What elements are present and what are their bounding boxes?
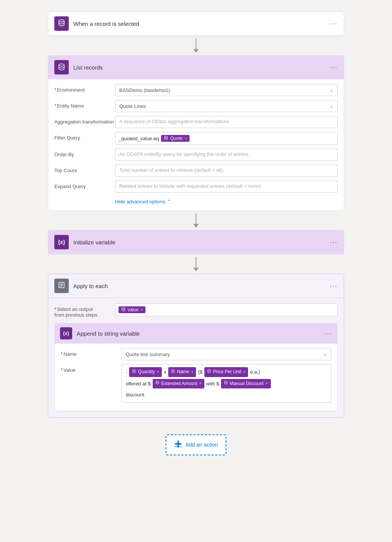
trigger-card: When a record is selected ··· [48, 11, 344, 36]
filter-tag-text: Quote [170, 136, 183, 141]
value-tag: value × [119, 306, 145, 313]
name-chevron: ⌄ [323, 352, 327, 357]
value-label: *Value [61, 364, 122, 373]
aggregation-input[interactable]: A sequence of OData aggregation transfor… [115, 116, 338, 128]
add-action-button[interactable]: Add an action [166, 434, 226, 455]
add-action-label: Add an action [185, 442, 218, 448]
value-row: *Value - [61, 364, 331, 403]
select-output-label: *Select an outputfrom previous steps [54, 303, 115, 318]
apply-each-card: Apply to each ··· *Select an outputfrom … [48, 274, 344, 418]
entity-name-row: *Entity Name Quote Lines ⌄ [54, 100, 338, 112]
expand-query-placeholder: Related entries to include with requeste… [119, 183, 261, 189]
list-records-body: *Environment BASDemo (basdemo1) ⌄ *Entit… [48, 79, 344, 211]
arrow-2 [193, 211, 199, 230]
with-dollar: with $ [206, 379, 219, 388]
list-records-title: List records [73, 64, 103, 71]
discount-text: discount. [126, 390, 145, 399]
svg-point-9 [224, 381, 227, 382]
name-label: *Name [61, 348, 122, 357]
svg-point-2 [164, 136, 168, 137]
svg-rect-12 [174, 446, 182, 447]
environment-select[interactable]: BASDemo (basdemo1) ⌄ [115, 84, 338, 96]
trigger-icon-box [54, 16, 69, 31]
manual-discount-tag: Manual Discount × [221, 379, 271, 389]
list-records-icon-box [54, 60, 69, 74]
quantity-tag-close[interactable]: × [157, 368, 159, 376]
order-by-placeholder: An ODATA orderBy query for specifying th… [119, 151, 250, 157]
extended-amount-tag-close[interactable]: × [199, 380, 201, 387]
value-input[interactable]: - [122, 364, 331, 403]
entity-name-chevron: ⌄ [330, 103, 334, 109]
value-line-2: offered at $ [126, 379, 327, 389]
apply-each-body: *Select an outputfrom previous steps [48, 298, 344, 417]
svg-point-7 [208, 369, 210, 371]
init-variable-title: Initialize variable [73, 239, 115, 246]
top-count-row: Top Count Total number of entries to ret… [54, 165, 338, 177]
apply-each-loop-icon [57, 281, 66, 291]
svg-point-5 [133, 369, 135, 371]
init-variable-header: {x} Initialize variable ··· [48, 230, 344, 254]
quantity-tag: Quantity × [129, 367, 162, 377]
name-value: Quote line summary [126, 352, 170, 357]
append-string-menu[interactable]: ··· [324, 330, 332, 338]
apply-each-menu[interactable]: ··· [330, 282, 338, 290]
expand-query-input[interactable]: Related entries to include with requeste… [115, 181, 338, 193]
filter-query-label: Filter Query [54, 132, 115, 141]
append-string-body: *Name Quote line summary ⌄ *Value [55, 344, 337, 411]
name-select[interactable]: Quote line summary ⌄ [122, 348, 331, 360]
filter-query-tag: Quote × [161, 135, 190, 142]
price-per-unit-tag-text: Price Per Unit [213, 368, 241, 376]
offered-at-prefix: offered at $ [126, 379, 151, 388]
manual-discount-tag-close[interactable]: × [266, 380, 268, 387]
manual-discount-tag-text: Manual Discount [230, 380, 264, 388]
name-tag-text: Name [177, 368, 189, 376]
name-tag-db-icon [171, 368, 175, 376]
filter-query-prefix: _quoteid_value eq [119, 136, 159, 141]
select-output-field[interactable]: value × [115, 303, 338, 316]
trigger-title: When a record is selected [73, 21, 139, 27]
extended-amount-tag-text: Extended Amount [161, 380, 198, 388]
price-tag-db-icon [207, 368, 211, 376]
aggregation-placeholder: A sequence of OData aggregation transfor… [119, 119, 229, 124]
name-tag-close[interactable]: × [191, 368, 193, 376]
apply-each-title: Apply to each [73, 283, 108, 289]
append-string-header: {x} Append to string variable ··· [55, 323, 337, 344]
order-by-input[interactable]: An ODATA orderBy query for specifying th… [115, 149, 338, 161]
top-count-input[interactable]: Total number of entries to retrieve (def… [115, 165, 338, 177]
apply-each-header: Apply to each ··· [48, 274, 344, 298]
price-per-unit-tag-close[interactable]: × [243, 368, 245, 376]
list-records-header: List records ··· [48, 55, 344, 79]
aggregation-row: Aggregation transformation A sequence of… [54, 116, 338, 128]
entity-name-select[interactable]: Quote Lines ⌄ [115, 100, 338, 112]
init-variable-icon: {x} [58, 239, 65, 245]
init-variable-icon-box: {x} [54, 235, 69, 249]
filter-query-input[interactable]: _quoteid_value eq Quote × [115, 132, 338, 145]
apply-each-icon-box [54, 279, 69, 293]
manual-tag-db-icon [224, 380, 228, 387]
value-tag-close[interactable]: × [141, 307, 143, 312]
quantity-tag-db-icon [132, 368, 136, 376]
trigger-db-icon [57, 19, 66, 29]
hide-advanced-link[interactable]: Hide advanced options ⌃ [115, 197, 171, 206]
svg-point-4 [122, 307, 125, 309]
environment-value: BASDemo (basdemo1) [119, 87, 170, 93]
list-records-menu[interactable]: ··· [330, 63, 338, 71]
append-string-icon-box: {x} [60, 327, 72, 339]
expand-query-row: Expand Query Related entries to include … [54, 181, 338, 193]
order-by-label: Order By [54, 149, 115, 157]
init-variable-menu[interactable]: ··· [330, 238, 338, 246]
top-count-label: Top Count [54, 165, 115, 173]
quantity-tag-text: Quantity [138, 368, 155, 376]
arrow-1 [193, 36, 199, 55]
trigger-header: When a record is selected ··· [48, 12, 344, 36]
value-line-1: - [126, 367, 327, 377]
trigger-menu[interactable]: ··· [330, 20, 338, 28]
append-string-card: {x} Append to string variable ··· *Name [54, 323, 338, 411]
value-line-3: discount. [126, 390, 327, 399]
filter-tag-close[interactable]: × [185, 136, 187, 141]
svg-point-6 [172, 369, 174, 371]
name-row: *Name Quote line summary ⌄ [61, 348, 331, 360]
dollar-paren: ($ [198, 368, 202, 376]
order-by-row: Order By An ODATA orderBy query for spec… [54, 149, 338, 161]
chevron-up-icon: ⌃ [167, 199, 171, 204]
